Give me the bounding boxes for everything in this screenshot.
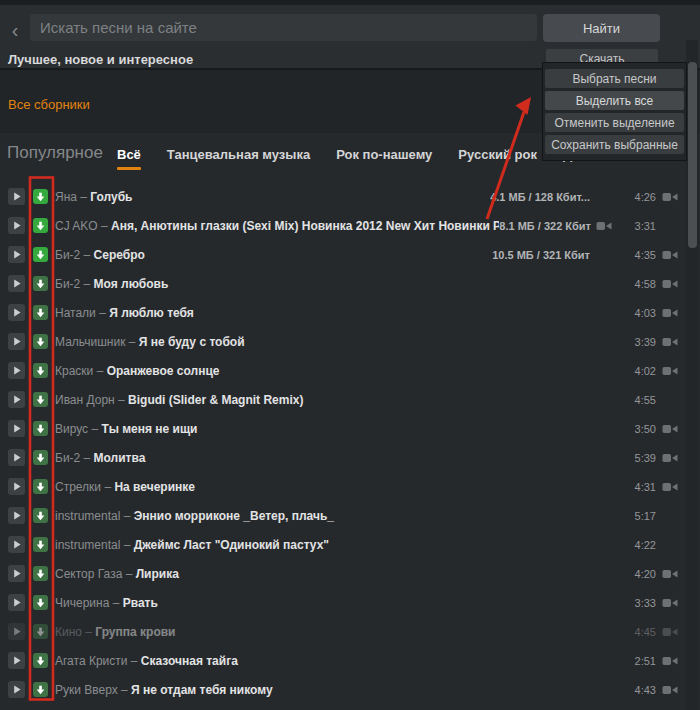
download-button[interactable] <box>33 537 48 552</box>
play-button[interactable] <box>8 449 25 466</box>
play-button[interactable] <box>8 681 25 698</box>
download-icon <box>36 337 45 347</box>
song-separator: – <box>101 480 114 494</box>
download-button[interactable] <box>33 595 48 610</box>
song-artist: Натали <box>55 306 96 320</box>
download-dropdown-menu: Выбрать песниВыделить всеОтменить выделе… <box>542 62 687 161</box>
song-separator: – <box>118 683 131 697</box>
find-button[interactable]: Найти <box>543 14 660 42</box>
tab-item[interactable]: Танцевальная музыка <box>167 147 310 162</box>
search-input[interactable] <box>30 14 537 41</box>
download-button[interactable] <box>33 653 48 668</box>
song-label[interactable]: Агата Кристи – Сказочная тайга <box>55 654 626 668</box>
tab-item[interactable]: Рок по-нашему <box>336 147 432 162</box>
song-row: Руки Вверх – Я не отдам тебя никому 4:43 <box>0 675 700 704</box>
play-button[interactable] <box>8 391 25 408</box>
song-row: instrumental – Эннио морриконе _Ветер, п… <box>0 501 700 530</box>
song-label[interactable]: Яна – Голубь <box>55 190 490 204</box>
download-button[interactable] <box>33 363 48 378</box>
download-button[interactable] <box>33 566 48 581</box>
play-button[interactable] <box>8 304 25 321</box>
song-title: Лирика <box>136 567 179 581</box>
dropdown-menu-item[interactable]: Выделить все <box>545 91 684 110</box>
song-label[interactable]: Би-2 – Серебро <box>55 248 492 262</box>
song-separator: – <box>82 625 95 639</box>
download-icon <box>36 627 45 637</box>
song-title: Группа крови <box>95 625 175 639</box>
download-button[interactable] <box>33 247 48 262</box>
song-label[interactable]: Иван Дорн – Bigudi (Slider & Magnit Remi… <box>55 393 626 407</box>
song-label[interactable]: instrumental – Джеймс Ласт "Одинокий пас… <box>55 538 626 552</box>
play-button[interactable] <box>8 246 25 263</box>
play-button[interactable] <box>8 507 25 524</box>
play-button[interactable] <box>8 420 25 437</box>
song-label[interactable]: Сектор Газа – Лирика <box>55 567 626 581</box>
music-site-page: ‹ Найти Лучшее, новое и интересное Скача… <box>0 0 700 710</box>
download-button[interactable] <box>33 508 48 523</box>
tab-item[interactable]: Русский рок <box>458 147 537 162</box>
dropdown-menu-item[interactable]: Выбрать песни <box>545 69 684 88</box>
download-button[interactable] <box>33 334 48 349</box>
play-button[interactable] <box>8 188 25 205</box>
section-heading-popular[interactable]: Популярное <box>7 143 103 163</box>
song-label[interactable]: Мальчишник – Я не буду с тобой <box>55 335 626 349</box>
song-duration: 3:50 <box>626 423 656 435</box>
download-button[interactable] <box>33 305 48 320</box>
play-button[interactable] <box>8 275 25 292</box>
video-icon <box>662 366 678 376</box>
download-button[interactable] <box>33 682 48 697</box>
song-title: Я не отдам тебя никому <box>131 683 273 697</box>
video-icon <box>662 308 678 318</box>
play-button[interactable] <box>8 652 25 669</box>
dropdown-menu-item[interactable]: Сохранить выбранные <box>545 135 684 154</box>
song-label[interactable]: Чичерина – Рвать <box>55 596 626 610</box>
song-artist: Краски <box>55 364 93 378</box>
song-size: 4.1 МБ / 128 Кбит... <box>490 191 590 203</box>
download-button[interactable] <box>33 624 48 639</box>
song-separator: – <box>125 335 138 349</box>
all-collections-link[interactable]: Все сборники <box>8 97 90 112</box>
play-button[interactable] <box>8 594 25 611</box>
song-separator: – <box>109 596 122 610</box>
song-artist: Сектор Газа <box>55 567 122 581</box>
song-label[interactable]: Кино – Группа крови <box>55 625 626 639</box>
song-label[interactable]: Руки Вверх – Я не отдам тебя никому <box>55 683 626 697</box>
play-button[interactable] <box>8 623 25 640</box>
download-button[interactable] <box>33 392 48 407</box>
song-label[interactable]: Стрелки – На вечеринке <box>55 480 626 494</box>
back-chevron-icon[interactable]: ‹ <box>4 16 26 42</box>
play-button[interactable] <box>8 217 25 234</box>
download-button[interactable] <box>33 479 48 494</box>
song-artist: instrumental <box>55 538 120 552</box>
download-button[interactable] <box>33 218 48 233</box>
scrollbar-thumb[interactable] <box>688 62 697 248</box>
song-artist: Би-2 <box>55 248 80 262</box>
song-label[interactable]: CJ AKO – Аня, Анютины глазки (Sexi Mix) … <box>55 219 499 233</box>
song-duration: 4:35 <box>626 249 656 261</box>
song-row: Натали – Я люблю тебя 4:03 <box>0 298 700 327</box>
tab-active[interactable]: Всё <box>117 147 141 162</box>
song-duration: 5:17 <box>626 510 656 522</box>
download-button[interactable] <box>33 189 48 204</box>
song-label[interactable]: instrumental – Эннио морриконе _Ветер, п… <box>55 509 626 523</box>
song-size: 8.1 МБ / 322 Кбит <box>499 220 591 232</box>
play-icon <box>13 656 21 665</box>
song-label[interactable]: Би-2 – Моя любовь <box>55 277 626 291</box>
song-separator: – <box>120 509 133 523</box>
play-button[interactable] <box>8 478 25 495</box>
song-label[interactable]: Би-2 – Молитва <box>55 451 626 465</box>
download-button[interactable] <box>33 421 48 436</box>
dropdown-menu-item[interactable]: Отменить выделение <box>545 113 684 132</box>
song-label[interactable]: Натали – Я люблю тебя <box>55 306 626 320</box>
song-label[interactable]: Краски – Оранжевое солнце <box>55 364 626 378</box>
play-button[interactable] <box>8 565 25 582</box>
play-button[interactable] <box>8 333 25 350</box>
download-button[interactable] <box>33 450 48 465</box>
play-button[interactable] <box>8 362 25 379</box>
song-row: Кино – Группа крови 4:45 <box>0 617 700 646</box>
download-button[interactable] <box>33 276 48 291</box>
page-subtitle: Лучшее, новое и интересное <box>8 52 193 67</box>
play-button[interactable] <box>8 536 25 553</box>
song-label[interactable]: Вирус – Ты меня не ищи <box>55 422 626 436</box>
video-icon <box>662 337 678 347</box>
